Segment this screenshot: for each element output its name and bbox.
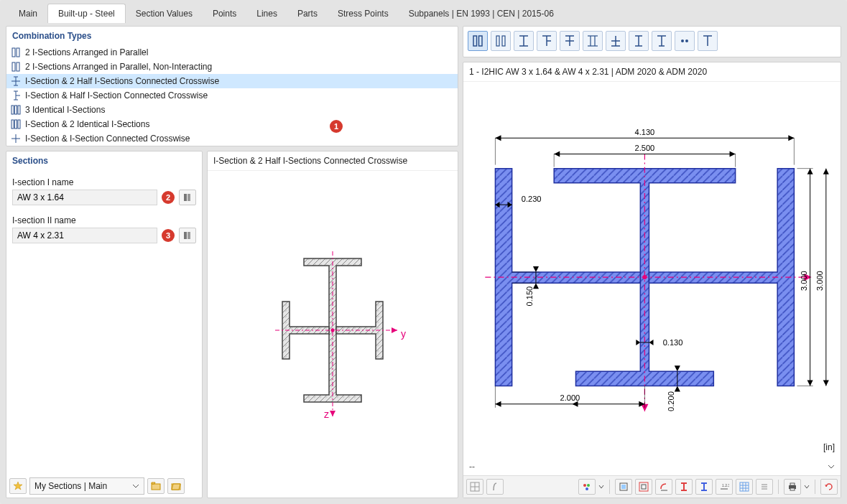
section-blue-button[interactable] [695,479,713,495]
combo-item[interactable]: 2 I-Sections Arranged in Parallel [6,45,458,60]
svg-marker-110 [823,380,829,386]
tab-subpanels[interactable]: Subpanels | EN 1993 | CEN | 2015-06 [399,4,564,23]
grid-button[interactable] [466,479,483,495]
tool-type-6[interactable] [583,31,603,51]
svg-point-62 [685,39,688,42]
tab-lines[interactable]: Lines [246,4,287,23]
combo-item-label: 2 I-Sections Arranged in Parallel, Non-I… [25,62,212,72]
print-button[interactable] [784,479,801,495]
tool-type-8[interactable] [629,31,649,51]
dim-3000b: 3.000 [815,271,824,291]
list-button[interactable] [756,479,773,495]
new-set-button[interactable] [147,478,165,494]
tab-section-values[interactable]: Section Values [126,4,203,23]
dropdown-icon[interactable] [804,483,810,490]
colors-button[interactable] [578,479,596,495]
preview-panel: I-Section & 2 Half I-Sections Connected … [207,151,458,498]
beam-icon [11,105,21,115]
svg-rect-16 [15,120,17,129]
tool-type-7[interactable] [606,31,626,51]
svg-rect-22 [184,232,187,239]
svg-marker-104 [807,169,813,174]
drawing-canvas[interactable]: 4.130 2.500 0.230 [463,82,841,458]
tool-type-5[interactable] [560,31,580,51]
section-set-select[interactable]: My Sections | Main [29,477,144,495]
svg-point-34 [331,328,335,332]
tab-builtup-steel[interactable]: Built-up - Steel [47,4,126,23]
beam-icon [11,76,21,86]
dim-3000a: 3.000 [800,271,808,291]
combo-item[interactable]: I-Section & I-Section Connected Crosswis… [6,131,458,146]
combo-item-label: 2 I-Sections Arranged in Parallel [25,47,148,57]
dims-button[interactable]: 1.2.3 [716,479,733,495]
svg-marker-33 [330,411,335,416]
tool-type-1[interactable] [468,31,488,51]
beam-icon [11,47,21,57]
svg-rect-14 [18,106,20,114]
library-button[interactable] [179,228,196,243]
z-axis-label: z [324,409,329,420]
tab-points[interactable]: Points [203,4,246,23]
svg-rect-12 [11,106,14,114]
open-set-button[interactable] [167,478,185,494]
new-folder-icon [151,481,161,491]
svg-marker-24 [14,482,22,490]
sections-title: Sections [6,151,202,170]
callout-3: 3 [162,229,175,242]
tool-type-3[interactable] [514,31,534,51]
svg-rect-140 [790,488,795,490]
combo-item-label: I-Section & 2 Identical I-Sections [25,119,149,129]
combination-types-panel: Combination Types 2 I-Sections Arranged … [6,26,458,146]
svg-point-115 [587,484,590,487]
svg-rect-119 [639,482,648,491]
tool-type-4[interactable] [537,31,557,51]
dim-c-icon [659,482,669,492]
svg-rect-23 [188,232,190,239]
tab-stress-points[interactable]: Stress Points [328,4,399,23]
tool-type-9[interactable] [652,31,672,51]
combo-item[interactable]: 2 I-Sections Arranged in Parallel, Non-I… [6,60,458,74]
tool-type-2[interactable] [491,31,511,51]
table-icon [470,482,480,492]
section2-input[interactable] [12,228,157,243]
combination-types-list: 2 I-Sections Arranged in Parallel 2 I-Se… [6,45,458,146]
svg-rect-13 [15,106,17,114]
dim-c-button[interactable] [655,479,672,495]
y-axis-label: y [401,328,406,340]
combo-item[interactable]: 3 Identical I-Sections [6,103,458,117]
grid-toggle-button[interactable] [736,479,753,495]
svg-marker-102 [675,386,680,392]
tool-type-11[interactable] [698,31,718,51]
tool-type-10[interactable] [675,31,695,51]
svg-marker-109 [823,169,829,174]
svg-rect-2 [12,62,15,71]
section1-input[interactable] [12,190,157,205]
add-favorite-button[interactable] [9,478,27,494]
list-icon [759,482,769,492]
integral-button[interactable] [486,479,504,495]
dropdown-icon[interactable] [598,483,604,490]
library-button[interactable] [179,190,196,205]
beam-icon [11,119,21,129]
svg-marker-94 [572,401,578,407]
palette-icon [582,482,592,492]
tab-parts[interactable]: Parts [287,4,328,23]
section-red-button[interactable] [675,479,693,495]
dim-0200: 0.200 [667,391,675,411]
svg-rect-35 [473,36,477,46]
svg-rect-0 [12,48,15,57]
reset-button[interactable] [820,479,838,495]
svg-rect-25 [152,484,160,490]
combo-item[interactable]: I-Section & 2 Identical I-Sections [6,117,458,131]
section-type-toolbar [463,26,841,57]
star-plus-icon [13,481,23,491]
combo-item[interactable]: I-Section & 2 Half I-Sections Connected … [6,74,458,88]
combo-item[interactable]: I-Section & Half I-Section Connected Cro… [6,88,458,103]
svg-marker-105 [807,380,813,386]
grid-icon [739,482,749,492]
chevron-down-icon[interactable] [828,463,835,470]
right-toolbar: 1.2.3 [463,475,841,498]
tab-main[interactable]: Main [9,4,47,23]
extents-button[interactable] [635,479,652,495]
fit-button[interactable] [615,479,632,495]
